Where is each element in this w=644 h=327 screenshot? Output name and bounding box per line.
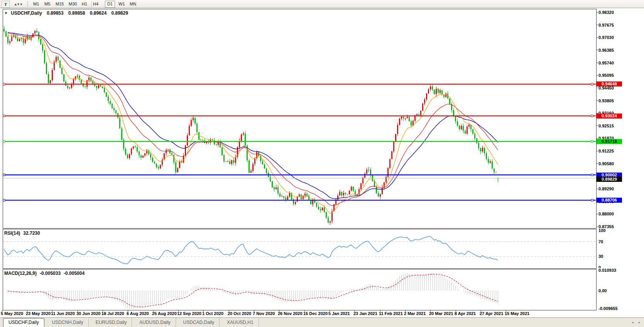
timeframe-button-m30[interactable]: M30 [66,1,79,7]
price-tick-label: 0.98320 [598,10,615,15]
chart-tab-eurusd-daily[interactable]: EURUSD,Daily [91,318,132,327]
date-label: 20 Mar 2021 [429,311,453,316]
ma-mid-line [8,33,498,206]
date-label: 15 May 2021 [505,311,529,316]
rsi-value: 32.7230 [23,230,40,236]
chart-tab-usdcnh-daily[interactable]: USDCNH,Daily [47,318,88,327]
macd-tick: 0.00 [598,288,607,293]
date-label: 7 Nov 2020 [253,311,275,316]
level-price-badge: 0.91718 [597,139,622,144]
horizontal-level-line[interactable] [3,174,596,176]
toolbar-grip[interactable] [27,1,28,7]
date-label: 15 Dec 2020 [303,311,328,316]
toolbar-separator [91,1,92,7]
date-label: 12 Sep 2020 [177,311,201,316]
tab-scroll-left-button[interactable]: ◄ [630,320,636,325]
timeframe-button-h1[interactable]: H1 [79,1,90,7]
date-label: 27 Apr 2021 [480,311,503,316]
ohlc-close: 0.89829 [112,10,128,16]
macd-tick: 0.010933 [598,268,617,273]
collapse-triangle-icon[interactable]: ▼ [4,11,8,15]
current-price-badge: 0.89829 [597,177,622,182]
toolbar-separator [136,1,136,7]
top-toolbar: T ▲▼ ▼ M1M5M15M30H1H4D1W1MN [0,0,644,8]
timeframe-button-mn[interactable]: MN [127,1,139,7]
chart-tab-usdcad-daily[interactable]: USDCAD,Daily [178,318,220,327]
level-price-badge: 0.93024 [597,114,622,119]
candlestick-series [3,26,499,225]
date-label: 25 Aug 2020 [152,311,177,316]
price-tick-label: 0.95740 [598,61,615,65]
price-tick-label: 0.89290 [598,186,615,191]
rsi-line [4,236,498,264]
timeframe-button-d1[interactable]: D1 [105,1,115,8]
rsi-tick: 30 [598,254,604,259]
timeframe-button-m5[interactable]: M5 [42,1,52,7]
date-label: 26 Nov 2020 [278,311,303,316]
timeframe-button-w1[interactable]: W1 [116,1,127,7]
macd-main-value: -0.005033 [40,271,61,276]
date-label: 5 May 2020 [1,311,23,316]
price-tick-label: 0.91225 [598,149,615,153]
date-label: 5 Jan 2021 [328,311,350,316]
chart-tab-bar: USDCHF,DailyUSDCNH,DailyEURUSD,DailyAUDU… [0,317,644,327]
macd-tick: -0.009655 [598,306,619,311]
rsi-tick: 100 [598,228,606,233]
ohlc-high: 0.89858 [68,10,85,16]
level-price-badge: 0.94648 [597,81,622,86]
rsi-tick: 70 [598,239,604,244]
price-tick-label: 0.92515 [598,124,615,128]
price-tick-label: 0.90580 [598,161,615,166]
horizontal-level-line[interactable] [3,115,596,117]
chart-tab-audusd-daily[interactable]: AUDUSD,Daily [134,318,176,327]
macd-signal-line [8,274,498,307]
macd-histogram [8,273,498,309]
date-label: 23 Jan 2021 [353,311,377,316]
price-tick-label: 0.97030 [598,35,615,40]
price-tick-label: 0.97675 [598,23,615,27]
date-label: 6 Aug 2020 [127,311,149,316]
date-label: 2 Mar 2021 [404,311,426,316]
rsi-label: RSI(14)32.7230 [4,230,43,236]
chart-title: ▼ USDCHF,Daily 0.89853 0.89858 0.89624 0… [4,10,128,16]
date-label: 18 Jul 2020 [101,311,124,316]
date-label: 8 Apr 2021 [455,311,476,316]
ma-fast-line [8,34,498,213]
date-label: 11 Feb 2021 [379,311,403,316]
text-tool-button[interactable]: T [2,1,10,8]
price-tick-label: 0.96385 [598,48,615,53]
macd-label: MACD(12,26,9)-0.005033-0.005004 [4,271,88,276]
arrows-icon: ▲▼ [14,2,20,6]
horizontal-level-line[interactable] [3,83,596,85]
price-tick-label: 0.93805 [598,98,615,103]
macd-name: MACD(12,26,9) [4,271,37,276]
chevron-down-icon: ▼ [20,3,23,6]
arrow-tools-button[interactable]: ▲▼ ▼ [12,1,27,7]
date-label: 23 May 2020 [26,311,51,316]
macd-signal-value: -0.005004 [64,271,85,276]
chart-tab-usdchf-daily[interactable]: USDCHF,Daily [3,318,44,327]
horizontal-level-line[interactable] [3,141,596,142]
level-price-badge: 0.88706 [597,198,622,203]
price-tick-label: 0.95095 [598,73,615,78]
chart-symbol-label: USDCHF,Daily [11,10,42,16]
ohlc-low: 0.89624 [90,10,106,16]
panel-border [3,269,597,310]
tab-scroll-right-button[interactable]: ► [637,320,642,325]
chart-tab-xauusd-h1[interactable]: XAUUSD,H1 [222,318,259,327]
timeframe-button-m1[interactable]: M1 [31,1,41,7]
date-label: 1 Oct 2020 [202,311,223,316]
mt4-chart-window: { "toolbar": { "text_tool_label": "T", "… [0,0,644,327]
horizontal-level-line[interactable] [3,199,596,201]
rsi-name: RSI(14) [4,230,20,236]
date-label: 11 Jun 2020 [51,311,75,316]
date-label: 20 Oct 2020 [228,311,251,316]
timeframe-button-m15[interactable]: M15 [53,1,66,7]
date-label: 30 Jun 2020 [76,311,100,316]
chart-canvas[interactable] [0,0,644,327]
timeframe-button-h4[interactable]: H4 [91,1,101,7]
price-tick-label: 0.88000 [598,212,615,216]
ohlc-open: 0.89853 [47,10,63,16]
panel-border [3,229,597,269]
